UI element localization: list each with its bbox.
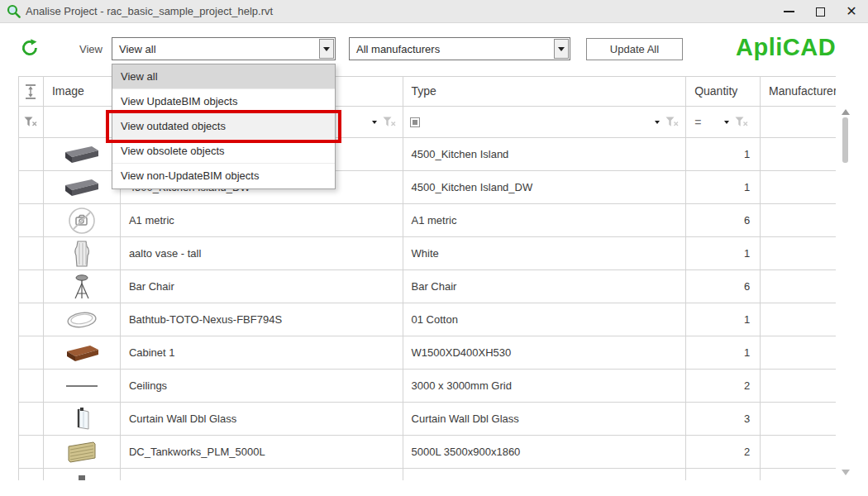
dropdown-item[interactable]: View non-UpdateBIM objects bbox=[112, 164, 335, 188]
quantity-cell: 1 bbox=[686, 336, 761, 369]
row-height-header[interactable] bbox=[19, 77, 44, 106]
manufacturers-combobox-value: All manufacturers bbox=[356, 43, 440, 55]
view-combobox[interactable]: View all bbox=[112, 37, 336, 60]
maximize-button[interactable] bbox=[813, 5, 827, 18]
no-image-icon bbox=[44, 204, 121, 236]
name-cell: Curtain Wall Dbl Glass bbox=[121, 403, 403, 435]
table-row[interactable]: A1 metricA1 metric6 bbox=[19, 204, 836, 237]
quantity-cell: 3 bbox=[686, 403, 761, 435]
update-all-button[interactable]: Update All bbox=[586, 38, 683, 60]
column-header-image[interactable]: Image bbox=[44, 77, 121, 106]
chevron-down-icon bbox=[323, 47, 330, 51]
type-cell: W1500XD400XH530 bbox=[403, 336, 687, 369]
manufacturer-cell bbox=[761, 469, 836, 480]
clear-all-filters-button[interactable] bbox=[19, 107, 44, 137]
type-cell: White bbox=[403, 237, 687, 269]
type-cell: 4500_Kitchen Island bbox=[403, 138, 687, 170]
minimize-button[interactable] bbox=[782, 5, 795, 18]
dropdown-item[interactable]: View all bbox=[112, 64, 335, 89]
close-icon: ✕ bbox=[846, 5, 856, 18]
tank-panel-icon bbox=[44, 436, 121, 468]
manufacturers-combobox[interactable]: All manufacturers bbox=[349, 37, 570, 60]
column-header-manufacturer[interactable]: Manufacturer bbox=[761, 77, 836, 106]
chevron-down-icon bbox=[558, 47, 565, 51]
manufacturer-cell bbox=[761, 237, 836, 269]
quantity-cell: 6 bbox=[686, 204, 761, 236]
filter-square-icon[interactable] bbox=[410, 117, 420, 127]
quantity-cell: 2 bbox=[686, 436, 761, 468]
quantity-cell: 6 bbox=[686, 270, 761, 303]
vase-icon bbox=[44, 237, 121, 269]
type-cell: A1 metric bbox=[403, 204, 687, 236]
table-row[interactable]: Bathtub-TOTO-Nexus-FBF794S01 Cotton1 bbox=[19, 303, 836, 336]
name-cell: aalto vase - tall bbox=[121, 237, 403, 269]
row-select-cell bbox=[19, 204, 44, 236]
dropdown-item[interactable]: View obsolete objects bbox=[112, 139, 335, 164]
manufacturer-cell bbox=[761, 336, 836, 369]
name-cell bbox=[121, 469, 403, 480]
scrollbar-thumb[interactable] bbox=[842, 117, 848, 163]
refresh-button[interactable] bbox=[20, 38, 40, 58]
quantity-cell: 1 bbox=[686, 171, 761, 203]
manufacturer-cell bbox=[761, 370, 836, 402]
type-cell bbox=[403, 469, 687, 480]
ceiling-line-icon bbox=[44, 370, 121, 402]
filter-clear-icon bbox=[735, 117, 748, 127]
titlebar: Analise Project - rac_basic_sample_proje… bbox=[0, 0, 868, 23]
close-button[interactable]: ✕ bbox=[845, 5, 858, 18]
manufacturers-combobox-dropdown-button[interactable] bbox=[554, 39, 569, 59]
quantity-cell: 1 bbox=[686, 303, 761, 336]
name-cell: Cabinet 1 bbox=[121, 336, 403, 369]
dropdown-item[interactable]: View outdated objects bbox=[112, 114, 335, 139]
quantity-cell: 2 bbox=[686, 370, 761, 402]
curtain-wall-icon bbox=[44, 403, 121, 435]
aplicad-logo: ApliCAD bbox=[736, 34, 836, 61]
manufacturer-filter-cell[interactable] bbox=[761, 107, 836, 137]
maximize-icon bbox=[816, 7, 825, 17]
filter-clear-icon bbox=[665, 117, 679, 127]
manufacturer-cell bbox=[761, 171, 836, 203]
window-controls: ✕ bbox=[782, 0, 858, 23]
row-select-cell bbox=[19, 270, 44, 303]
quantity-cell bbox=[686, 469, 761, 480]
cabinet-icon bbox=[44, 336, 121, 369]
table-row[interactable]: Bar ChairBar Chair6 bbox=[19, 270, 836, 303]
column-header-quantity[interactable]: Quantity bbox=[686, 77, 761, 106]
dropdown-item[interactable]: View UpdateBIM objects bbox=[112, 89, 335, 114]
table-row[interactable]: aalto vase - tallWhite1 bbox=[19, 237, 836, 270]
quantity-cell: 1 bbox=[686, 237, 761, 269]
image-filter-cell[interactable] bbox=[44, 107, 121, 137]
table-row[interactable]: Curtain Wall Dbl GlassCurtain Wall Dbl G… bbox=[19, 403, 836, 436]
filter-mode-chevron-icon[interactable] bbox=[655, 121, 660, 124]
quantity-filter-cell[interactable]: = bbox=[686, 107, 761, 137]
type-filter-cell[interactable] bbox=[403, 107, 687, 137]
row-select-cell bbox=[19, 403, 44, 435]
app-window: Analise Project - rac_basic_sample_proje… bbox=[0, 0, 868, 496]
scroll-down-icon[interactable] bbox=[842, 470, 850, 475]
filter-mode-chevron-icon[interactable] bbox=[372, 121, 377, 124]
kitchen-island-beam-icon bbox=[44, 138, 121, 170]
view-combobox-dropdown-button[interactable] bbox=[319, 39, 334, 59]
scroll-up-icon[interactable] bbox=[842, 109, 850, 115]
row-select-cell bbox=[19, 237, 44, 269]
row-select-cell bbox=[19, 469, 44, 480]
bathtub-icon bbox=[44, 303, 121, 336]
manufacturer-cell bbox=[761, 436, 836, 468]
filter-mode-chevron-icon[interactable] bbox=[724, 121, 729, 124]
type-cell: 01 Cotton bbox=[403, 303, 687, 336]
type-cell: Curtain Wall Dbl Glass bbox=[403, 403, 687, 435]
view-dropdown-list: View allView UpdateBIM objectsView outda… bbox=[112, 64, 336, 189]
equals-operator[interactable]: = bbox=[686, 116, 701, 129]
row-select-cell bbox=[19, 436, 44, 468]
manufacturer-cell bbox=[761, 303, 836, 336]
row-select-cell bbox=[19, 370, 44, 402]
vertical-scrollbar[interactable] bbox=[838, 106, 852, 480]
window-title: Analise Project - rac_basic_sample_proje… bbox=[26, 5, 273, 17]
filter-clear-icon bbox=[24, 117, 37, 127]
kitchen-island-beam-icon bbox=[44, 171, 121, 203]
table-row[interactable]: Ceilings3000 x 3000mm Grid2 bbox=[19, 370, 836, 403]
type-cell: 5000L 3500x900x1860 bbox=[403, 436, 687, 468]
table-row[interactable]: Cabinet 1W1500XD400XH5301 bbox=[19, 336, 836, 370]
table-row[interactable]: DC_Tankworks_PLM_5000L5000L 3500x900x186… bbox=[19, 436, 836, 469]
column-header-type[interactable]: Type bbox=[403, 77, 687, 106]
